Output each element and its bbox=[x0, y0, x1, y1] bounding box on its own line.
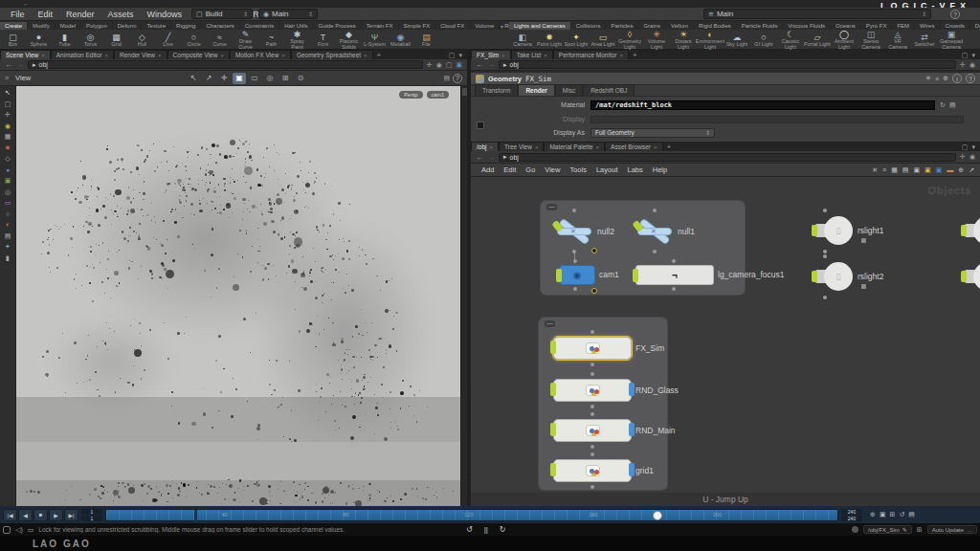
shelf-overflow-icon[interactable]: ▾ bbox=[501, 23, 503, 30]
shelf-tool[interactable]: ╱ Line bbox=[155, 30, 181, 50]
shelf-tab[interactable]: Drive Simulation bbox=[970, 22, 980, 30]
node-rslight2[interactable]: ▯ bbox=[812, 261, 854, 292]
shelf-tool[interactable]: ▢ Box bbox=[0, 30, 26, 50]
param-tab[interactable]: Render bbox=[518, 84, 554, 96]
shelf-tab[interactable]: Terrain FX bbox=[362, 22, 399, 30]
shelf-tab[interactable]: Cloud FX bbox=[435, 22, 470, 30]
pause-icon[interactable]: || bbox=[484, 525, 488, 534]
node-lg-camera-focus1[interactable]: ¬ bbox=[635, 265, 714, 285]
pane-menu-icon[interactable]: ▾ bbox=[971, 52, 975, 59]
pin-icon[interactable]: ✛ bbox=[960, 61, 966, 69]
pane-tab[interactable]: Asset Browser × bbox=[605, 142, 662, 151]
shelf-tab[interactable]: Model bbox=[56, 22, 81, 30]
pin-icon[interactable]: ✛ bbox=[960, 153, 966, 161]
close-icon[interactable]: × bbox=[158, 53, 162, 58]
shelf-tool[interactable]: ▱ Portal Light bbox=[804, 30, 831, 50]
new-tab-button[interactable]: + bbox=[663, 143, 676, 151]
node-input-dot[interactable] bbox=[572, 209, 576, 212]
node-output-dot[interactable] bbox=[573, 287, 577, 291]
link-icon[interactable]: ◉ bbox=[436, 61, 442, 69]
new-tab-button[interactable]: + bbox=[373, 51, 386, 59]
side-tool-icon[interactable]: ◐ bbox=[6, 221, 10, 228]
shelf-tab[interactable]: Hair Utils bbox=[279, 22, 313, 30]
cook-mode-icon[interactable]: ⊞ bbox=[917, 526, 923, 534]
network-toolbar-icon[interactable]: ✕ bbox=[872, 166, 878, 174]
close-icon[interactable]: × bbox=[281, 53, 285, 58]
shelf-tab[interactable]: Particle Fluids bbox=[737, 22, 784, 30]
network-menu-item[interactable]: Labs bbox=[622, 165, 647, 174]
scene-selector[interactable]: ◉ Main ⇕ bbox=[258, 9, 318, 19]
side-tool-icon[interactable]: ✦ bbox=[5, 243, 11, 250]
shelf-tool[interactable]: ⇄ Switcher bbox=[911, 30, 938, 50]
param-tab[interactable]: Misc bbox=[555, 84, 583, 96]
path-back-icon[interactable]: ← bbox=[476, 153, 483, 162]
viewport-tool-icon[interactable]: ↖ bbox=[187, 73, 200, 84]
global-start-frame[interactable]: 1 bbox=[81, 509, 102, 515]
shelf-tab[interactable]: Deform bbox=[113, 22, 143, 30]
path-forward-icon[interactable]: → bbox=[487, 60, 495, 69]
pane-maximize-icon[interactable]: ▢ bbox=[962, 143, 969, 151]
pane-tab[interactable]: Geometry Spreadsheet × bbox=[291, 50, 373, 59]
viewport-tool-icon[interactable]: ✛ bbox=[217, 73, 231, 84]
info-icon[interactable]: i bbox=[952, 74, 962, 83]
netbox-minimize-icon[interactable]: — bbox=[546, 204, 557, 210]
node-input-dot[interactable] bbox=[653, 209, 657, 212]
shelf-tool[interactable]: ◎ Torus bbox=[78, 30, 103, 50]
node-light-clipped[interactable]: ▯ bbox=[961, 261, 980, 292]
gear-icon[interactable]: ✳ bbox=[925, 75, 931, 82]
shelf-tool[interactable]: ▣ Gamepad Camera bbox=[938, 30, 965, 50]
shelf-tab[interactable]: Particles bbox=[606, 22, 638, 30]
pane-tab[interactable]: Composite View × bbox=[167, 50, 230, 59]
viewport-tool-icon[interactable]: ↗ bbox=[202, 73, 215, 84]
param-tab[interactable]: Transform bbox=[475, 84, 518, 96]
layout-icon[interactable]: ▢ bbox=[446, 61, 453, 69]
shelf-tab[interactable]: Volume bbox=[470, 22, 500, 30]
shelf-tool[interactable]: ≈ Curve bbox=[207, 30, 233, 50]
node-grid1[interactable] bbox=[553, 459, 632, 482]
playbar-option-icon[interactable]: ↺ bbox=[899, 511, 904, 518]
node-input-dot[interactable] bbox=[823, 254, 827, 258]
desktop-selector[interactable]: ▢ Build ⇕ bbox=[191, 9, 253, 19]
shelf-tool[interactable]: ● Sphere bbox=[26, 30, 52, 50]
menu-item[interactable]: Edit bbox=[32, 10, 60, 19]
close-icon[interactable]: × bbox=[501, 53, 505, 58]
volume-icon[interactable]: ◁) bbox=[15, 526, 23, 534]
op-chooser-icon[interactable]: ▤ bbox=[949, 101, 956, 109]
shelf-tab[interactable]: Modify bbox=[28, 22, 56, 30]
shelf-tab[interactable]: Constraints bbox=[240, 22, 279, 30]
network-toolbar-icon[interactable]: ▣ bbox=[913, 166, 920, 174]
persp-badge[interactable]: Persp bbox=[399, 91, 422, 99]
close-icon[interactable]: × bbox=[596, 144, 600, 150]
shelf-tab[interactable]: Crowds bbox=[940, 22, 969, 30]
side-tool-icon[interactable]: ◇ bbox=[5, 155, 10, 162]
shelf-tool[interactable]: ✸ Point Light bbox=[536, 30, 563, 50]
shelf-tab[interactable]: Characters bbox=[201, 22, 239, 30]
pane-tab[interactable]: Scene View × bbox=[0, 50, 51, 59]
current-op-field[interactable]: /obj/FX_Sim ✎ bbox=[863, 525, 912, 534]
shelf-tab[interactable]: Pyro FX bbox=[861, 22, 893, 30]
display-flag[interactable] bbox=[550, 341, 556, 354]
viewport-tool-icon[interactable]: ◎ bbox=[263, 73, 277, 84]
network-menu-item[interactable]: Edit bbox=[499, 165, 521, 174]
shelf-tab[interactable]: Rigid Bodies bbox=[694, 22, 737, 30]
close-icon[interactable]: × bbox=[654, 144, 657, 150]
back-icon[interactable]: ← bbox=[23, 0, 30, 7]
side-tool-icon[interactable]: ◎ bbox=[5, 188, 11, 195]
path-field[interactable]: ▸ obj bbox=[28, 60, 423, 69]
op-jump-icon[interactable]: ↻ bbox=[940, 101, 946, 109]
display-flag[interactable] bbox=[633, 269, 638, 282]
display-flag[interactable] bbox=[812, 225, 817, 236]
node-output-dot[interactable] bbox=[590, 405, 594, 408]
pane-tab[interactable]: Motion FX View × bbox=[230, 50, 291, 59]
transport-button[interactable]: |◀ bbox=[3, 509, 17, 521]
scene-viewport[interactable]: Persp cam1 bbox=[16, 86, 460, 507]
side-tool-icon[interactable]: ▢ bbox=[5, 100, 11, 107]
menu-item[interactable]: Assets bbox=[101, 10, 141, 19]
node-output-dot[interactable] bbox=[590, 485, 594, 489]
render-flag[interactable] bbox=[629, 463, 635, 476]
render-flag[interactable] bbox=[629, 423, 635, 436]
transport-button[interactable]: ▶ bbox=[49, 509, 63, 521]
node-null1[interactable]: ✕ bbox=[637, 217, 672, 246]
transport-button[interactable]: ◀ bbox=[18, 509, 33, 521]
close-icon[interactable]: × bbox=[41, 53, 45, 58]
